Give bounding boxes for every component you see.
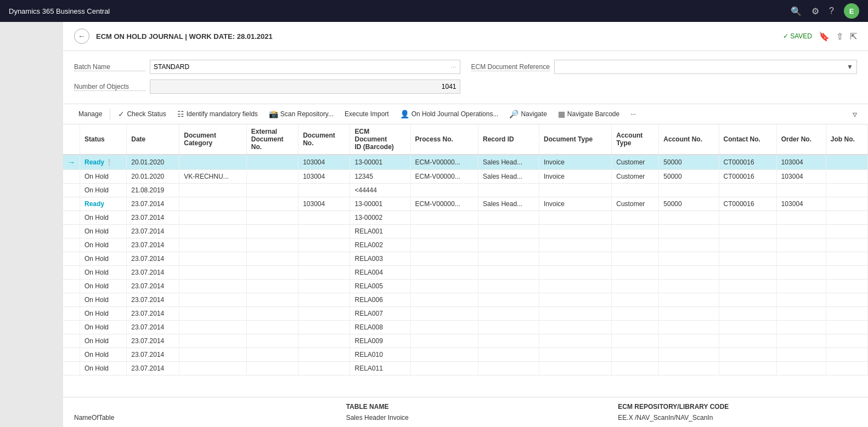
table-row[interactable]: On Hold23.07.2014RELA004: [63, 266, 868, 280]
row-job-no: [826, 155, 867, 170]
toolbar-navigate-barcode[interactable]: ▦ Navigate Barcode: [554, 107, 624, 121]
row-process-no: [478, 280, 539, 293]
table-row[interactable]: On Hold23.07.2014RELA005: [63, 280, 868, 293]
table-row[interactable]: On Hold23.07.2014RELA002: [63, 238, 868, 252]
col-order-no[interactable]: Order No.: [776, 124, 826, 155]
row-indicator[interactable]: [63, 362, 80, 375]
table-row[interactable]: On Hold20.01.2020VK-RECHNU...10300412345…: [63, 170, 868, 184]
ecm-ref-input[interactable]: ▼: [554, 60, 857, 74]
col-account-type[interactable]: AccountType: [612, 124, 659, 155]
col-account-no[interactable]: Account No.: [659, 124, 719, 155]
search-icon[interactable]: 🔍: [791, 6, 802, 16]
col-process-no[interactable]: Process No.: [410, 124, 478, 155]
toolbar-more[interactable]: ···: [626, 108, 640, 120]
row-indicator[interactable]: [63, 348, 80, 362]
table-row[interactable]: On Hold23.07.2014RELA006: [63, 293, 868, 307]
row-status[interactable]: On Hold: [80, 362, 127, 375]
row-status[interactable]: On Hold: [80, 266, 127, 280]
back-button[interactable]: ←: [74, 29, 89, 44]
row-status[interactable]: On Hold: [80, 238, 127, 252]
table-row[interactable]: On Hold23.07.2014RELA010: [63, 348, 868, 362]
settings-icon[interactable]: ⚙: [811, 6, 819, 16]
bookmark-icon[interactable]: 🔖: [819, 31, 830, 42]
share-icon[interactable]: ⇧: [836, 31, 843, 42]
row-contact-no: [719, 266, 776, 280]
col-job-no[interactable]: Job No.: [826, 124, 867, 155]
row-status[interactable]: On Hold: [80, 252, 127, 266]
row-status[interactable]: On Hold: [80, 184, 127, 197]
table-row[interactable]: →Ready ⋮20.01.202010300413-00001ECM-V000…: [63, 155, 868, 170]
col-doc-category[interactable]: DocumentCategory: [179, 124, 247, 155]
row-account-type: [612, 211, 659, 225]
toolbar-on-hold-operations[interactable]: 👤 On Hold Journal Operations...: [396, 107, 503, 121]
row-indicator[interactable]: [63, 280, 80, 293]
table-row[interactable]: On Hold23.07.2014RELA011: [63, 362, 868, 375]
row-indicator[interactable]: [63, 238, 80, 252]
row-status[interactable]: On Hold: [80, 321, 127, 334]
row-account-type: [612, 307, 659, 321]
table-row[interactable]: On Hold23.07.2014RELA001: [63, 225, 868, 238]
row-status[interactable]: On Hold: [80, 307, 127, 321]
row-status[interactable]: On Hold: [80, 334, 127, 348]
table-row[interactable]: On Hold23.07.2014RELA007: [63, 307, 868, 321]
toolbar-scan-repository[interactable]: 📸 Scan Repository...: [264, 107, 338, 121]
col-ecm-id[interactable]: ECMDocumentID (Barcode): [350, 124, 410, 155]
row-indicator[interactable]: [63, 293, 80, 307]
row-indicator[interactable]: [63, 211, 80, 225]
row-status[interactable]: On Hold: [80, 170, 127, 184]
col-status[interactable]: Status: [80, 124, 127, 155]
table-row[interactable]: On Hold21.08.2019<44444: [63, 184, 868, 197]
col-contact-no[interactable]: Contact No.: [719, 124, 776, 155]
help-icon[interactable]: ?: [829, 6, 834, 16]
row-ecm-id: 12345: [350, 170, 410, 184]
col-date[interactable]: Date: [127, 124, 179, 155]
batch-name-dots[interactable]: ···: [450, 63, 456, 71]
row-date: 23.07.2014: [127, 252, 179, 266]
batch-name-input[interactable]: STANDARD ···: [150, 60, 460, 74]
row-indicator[interactable]: [63, 321, 80, 334]
execute-import-label: Execute Import: [345, 110, 389, 118]
bottom-panel-headers: TABLE NAME ECM REPOSITORY/LIBRARY CODE: [74, 403, 857, 411]
col-record-id[interactable]: Record ID: [478, 124, 539, 155]
row-indicator[interactable]: [63, 334, 80, 348]
row-status[interactable]: Ready: [80, 197, 127, 211]
row-ext-doc-no: [246, 307, 298, 321]
row-indicator[interactable]: [63, 225, 80, 238]
row-indicator[interactable]: [63, 170, 80, 184]
row-record-id: [539, 280, 612, 293]
row-status[interactable]: On Hold: [80, 280, 127, 293]
avatar[interactable]: E: [844, 3, 859, 19]
table-row[interactable]: Ready23.07.201410300413-00001ECM-V00000.…: [63, 197, 868, 211]
col-ext-doc-no[interactable]: ExternalDocumentNo.: [246, 124, 298, 155]
row-status[interactable]: On Hold: [80, 225, 127, 238]
toolbar-check-status[interactable]: ✓ Check Status: [114, 107, 170, 121]
toolbar-execute-import[interactable]: Execute Import: [340, 108, 393, 120]
col-doc-type[interactable]: Document Type: [539, 124, 612, 155]
row-status[interactable]: On Hold: [80, 348, 127, 362]
row-indicator[interactable]: [63, 184, 80, 197]
row-status[interactable]: On Hold: [80, 211, 127, 225]
ecm-ref-arrow[interactable]: ▼: [847, 63, 853, 71]
row-indicator[interactable]: [63, 197, 80, 211]
row-options[interactable]: ⋮: [106, 158, 112, 166]
row-date: 23.07.2014: [127, 307, 179, 321]
row-account-no: [659, 184, 719, 197]
row-indicator[interactable]: [63, 252, 80, 266]
row-status[interactable]: On Hold: [80, 293, 127, 307]
table-row[interactable]: On Hold23.07.201413-00002: [63, 211, 868, 225]
row-indicator[interactable]: [63, 266, 80, 280]
expand-icon[interactable]: ⇱: [850, 31, 857, 42]
table-row[interactable]: On Hold23.07.2014RELA008: [63, 321, 868, 334]
row-indicator[interactable]: →: [63, 155, 80, 170]
row-account-no: [659, 266, 719, 280]
col-doc-no[interactable]: DocumentNo.: [298, 124, 350, 155]
table-row[interactable]: On Hold23.07.2014RELA003: [63, 252, 868, 266]
row-status[interactable]: Ready ⋮: [80, 155, 127, 170]
row-indicator[interactable]: [63, 307, 80, 321]
toolbar-manage[interactable]: Manage: [74, 108, 106, 120]
row-date: 23.07.2014: [127, 293, 179, 307]
toolbar-identify-mandatory[interactable]: ☷ Identify mandatory fields: [173, 107, 262, 121]
toolbar-navigate[interactable]: 🔎 Navigate: [505, 107, 551, 121]
filter-icon[interactable]: ▿: [853, 109, 857, 119]
table-row[interactable]: On Hold23.07.2014RELA009: [63, 334, 868, 348]
